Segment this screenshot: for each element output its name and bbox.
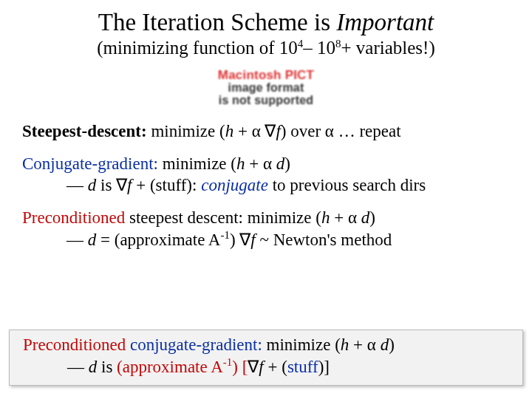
missing-image-placeholder: Macintosh PICT image format is not suppo… <box>200 69 332 106</box>
nabla-icon: ∇ <box>248 357 259 376</box>
sd-label: Steepest-descent: <box>22 122 147 140</box>
pcg-h: h <box>341 335 349 354</box>
psd-text-b: + α <box>330 208 361 227</box>
pcg-d: d <box>381 335 389 354</box>
psd-h: h <box>321 208 330 227</box>
pcg-l2-b: is <box>97 358 117 376</box>
pcg-label3: conjugate-gradient: <box>130 335 262 354</box>
psd-l2-b: = (approximate A <box>96 231 220 249</box>
cg-conjugate: conjugate <box>201 176 268 194</box>
psd-line2: — d = (approximate A-1) ∇f ~ Newton's me… <box>22 231 392 249</box>
pcg-text-c: ) <box>389 335 395 354</box>
pcg-label: Preconditioned <box>23 335 126 354</box>
preconditioned-sd-item: Preconditioned steepest descent: minimiz… <box>22 208 510 250</box>
pcg-exp: -1 <box>223 356 232 368</box>
pcg-l2-c: (approximate A <box>117 358 223 376</box>
title-emph: Important <box>336 9 434 35</box>
pcg-l2-g: )] <box>318 358 330 376</box>
preconditioned-cg-highlight: Preconditioned conjugate-gradient: minim… <box>9 330 523 386</box>
pcg-line2: — d is (approximate A-1) [∇f + (stuff)] <box>23 358 330 376</box>
sd-text-c: ) over α … repeat <box>281 122 401 140</box>
subtitle-b: – 10 <box>303 38 335 58</box>
pcg-l2-e: ) [ <box>232 358 248 376</box>
pcg-stuff: stuff <box>287 358 318 376</box>
psd-l2-e: ~ Newton's method <box>256 231 392 249</box>
cg-line2: — d is ∇f + (stuff): conjugate to previo… <box>22 176 426 194</box>
slide-title: The Iteration Scheme is Important <box>22 9 510 36</box>
pcg-text-b: + α <box>349 335 380 354</box>
pcg-l2-f2: + ( <box>264 358 287 376</box>
psd-d: d <box>361 208 370 227</box>
placeholder-line2: image format <box>200 82 332 95</box>
psd-l2-c: ) <box>230 231 239 249</box>
placeholder-line3: is not supported <box>200 95 332 107</box>
psd-label2: steepest descent: minimize ( <box>125 208 321 227</box>
steepest-descent-item: Steepest-descent: minimize (h + α ∇f) ov… <box>22 120 510 142</box>
subtitle-a: (minimizing function of 10 <box>97 38 297 58</box>
cg-d: d <box>276 154 285 173</box>
sd-text-a: minimize ( <box>147 122 225 140</box>
nabla-icon: ∇ <box>116 175 127 194</box>
cg-l2-b: is <box>96 176 116 194</box>
pcg-l2-a: — <box>67 358 89 376</box>
nabla-icon: ∇ <box>265 121 276 140</box>
sd-text-b: + α <box>233 122 265 140</box>
cg-l2-a: — <box>66 176 88 194</box>
conjugate-gradient-item: Conjugate-gradient: minimize (h + α d) —… <box>22 154 510 196</box>
cg-text-b: + α <box>245 154 276 173</box>
pcg-text-a: minimize ( <box>262 335 341 354</box>
psd-exp: -1 <box>220 229 229 241</box>
psd-l2-a: — <box>66 231 88 249</box>
subtitle-c: + variables!) <box>341 38 435 58</box>
placeholder-line1: Macintosh PICT <box>200 69 332 82</box>
slide-subtitle: (minimizing function of 104– 108+ variab… <box>22 38 510 58</box>
title-prefix: The Iteration Scheme is <box>98 9 337 35</box>
pcg-l2-d: d <box>89 358 98 376</box>
cg-l2-c: + (stuff): <box>132 176 201 194</box>
psd-l2-d: d <box>88 231 97 249</box>
nabla-icon: ∇ <box>239 230 250 249</box>
cg-h: h <box>236 154 245 173</box>
cg-text-a: minimize ( <box>158 154 236 173</box>
content-area: Steepest-descent: minimize (h + α ∇f) ov… <box>22 120 510 250</box>
cg-l2-d2: to previous search dirs <box>268 176 426 194</box>
subtitle-exp2: 8 <box>335 38 341 50</box>
cg-text-c: ) <box>284 154 290 173</box>
psd-text-c: ) <box>369 208 375 227</box>
cg-l2-d: d <box>88 176 97 194</box>
sd-h: h <box>225 122 234 140</box>
psd-label: Preconditioned <box>22 208 125 227</box>
slide-root: The Iteration Scheme is Important (minim… <box>0 0 532 399</box>
cg-label: Conjugate-gradient: <box>22 154 158 173</box>
